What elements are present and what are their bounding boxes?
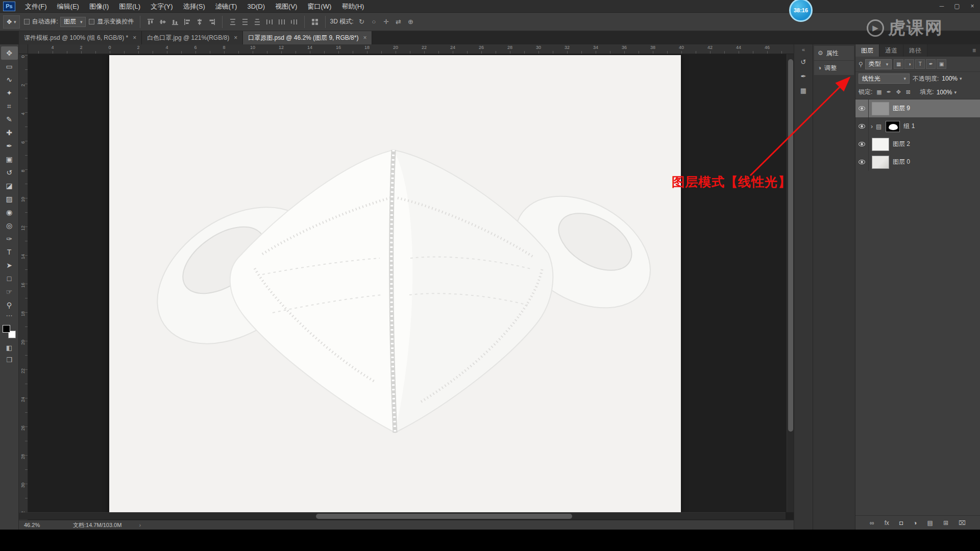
filter-pixel-icon[interactable]: ▦ <box>894 59 903 69</box>
hand-tool[interactable]: ☞ <box>1 285 18 298</box>
lock-image-icon[interactable]: ✒ <box>885 89 893 95</box>
maximize-button[interactable]: ▢ <box>949 0 965 13</box>
shape-tool[interactable]: □ <box>1 272 18 285</box>
filter-type-icon[interactable]: T <box>915 59 925 69</box>
align-left-icon[interactable] <box>182 17 192 27</box>
horizontal-scroll-thumb[interactable] <box>316 514 572 519</box>
tab-properties[interactable]: ⚙ 属性 <box>814 46 854 60</box>
layer-name[interactable]: 组 1 <box>903 122 915 131</box>
tab-layers[interactable]: 图层 <box>855 44 879 57</box>
menu-item-layer[interactable]: 图层(L) <box>114 0 145 13</box>
brush-tool[interactable]: ✒ <box>1 139 18 153</box>
layer-thumbnail[interactable] <box>872 102 889 115</box>
menu-item-help[interactable]: 帮助(H) <box>336 0 369 13</box>
lock-transparency-icon[interactable]: ▦ <box>875 89 883 95</box>
eraser-tool[interactable]: ◪ <box>1 179 18 192</box>
tab-channels[interactable]: 通道 <box>879 44 903 57</box>
visibility-toggle[interactable] <box>855 153 869 171</box>
link-layers-icon[interactable]: ∞ <box>870 519 874 527</box>
menu-item-file[interactable]: 文件(F) <box>20 0 52 13</box>
vertical-ruler[interactable]: 02468101214161820222426283032 <box>19 54 28 520</box>
horizontal-scrollbar[interactable] <box>19 512 786 519</box>
close-icon[interactable]: × <box>234 34 237 41</box>
eyedropper-tool[interactable]: ✎ <box>1 113 18 126</box>
screen-mode-icon[interactable]: ❒ <box>1 354 18 366</box>
visibility-toggle[interactable] <box>855 99 869 117</box>
info-icon[interactable]: ▦ <box>796 83 811 97</box>
healing-brush-tool[interactable]: ✚ <box>1 126 18 139</box>
filter-kind-dropdown[interactable]: 类型 ▾ <box>865 59 892 69</box>
current-tool-badge[interactable]: ✥ ▾ <box>3 15 20 29</box>
panel-menu-icon[interactable]: ≡ <box>968 44 980 57</box>
history-brush-tool[interactable]: ↺ <box>1 166 18 179</box>
vertical-scrollbar[interactable] <box>787 54 794 512</box>
layer-thumbnail[interactable] <box>872 156 889 169</box>
fill-field[interactable]: 100% ▾ <box>937 89 957 96</box>
layer-name[interactable]: 图层 2 <box>893 140 910 148</box>
foreground-color-swatch[interactable] <box>3 325 10 333</box>
tab-doc-3[interactable]: 口罩原图.psd @ 46.2% (图层 9, RGB/8*) × <box>243 31 372 44</box>
history-icon[interactable]: ↺ <box>796 55 811 69</box>
path-selection-tool[interactable]: ➤ <box>1 259 18 272</box>
distribute-right-icon[interactable] <box>289 17 299 27</box>
distribute-vcenter-icon[interactable] <box>240 17 250 27</box>
distribute-hcenter-icon[interactable] <box>277 17 287 27</box>
status-menu-arrow-icon[interactable]: › <box>139 522 141 528</box>
tab-adjustments[interactable]: ◑ 调整 <box>814 61 854 75</box>
tab-doc-1[interactable]: 课件模板.psd @ 100% (组 6, RGB/8) * × <box>19 31 142 44</box>
menu-item-select[interactable]: 选择(S) <box>178 0 210 13</box>
expand-panels-icon[interactable]: « <box>802 44 805 55</box>
tab-doc-2[interactable]: 白色口罩.jpg @ 121%(RGB/8) × <box>142 31 243 44</box>
auto-align-icon[interactable] <box>310 17 320 27</box>
clone-stamp-tool[interactable]: ▣ <box>1 153 18 166</box>
menu-item-filter[interactable]: 滤镜(T) <box>210 0 242 13</box>
3d-pan-icon[interactable]: ✛ <box>381 18 391 26</box>
quick-selection-tool[interactable]: ✦ <box>1 86 18 99</box>
opacity-field[interactable]: 100% ▾ <box>942 75 962 82</box>
dodge-tool[interactable]: ◎ <box>1 219 18 232</box>
layer-row[interactable]: 图层 9 <box>855 99 980 117</box>
filter-shape-icon[interactable]: ✒ <box>926 59 936 69</box>
type-tool[interactable]: T <box>1 245 18 259</box>
filter-smart-icon[interactable]: ▣ <box>937 59 946 69</box>
lasso-tool[interactable]: ∿ <box>1 73 18 86</box>
pen-tool[interactable]: ✑ <box>1 232 18 245</box>
lock-all-icon[interactable]: ⊠ <box>904 89 912 95</box>
align-right-icon[interactable] <box>207 17 217 27</box>
expand-arrow-icon[interactable]: › <box>869 123 875 130</box>
visibility-toggle[interactable] <box>855 117 869 135</box>
new-adjustment-icon[interactable]: ◑ <box>913 519 917 527</box>
crop-tool[interactable]: ⌗ <box>1 99 18 113</box>
menu-item-view[interactable]: 视图(V) <box>270 0 302 13</box>
auto-select-target-dropdown[interactable]: 图层 ▾ <box>60 17 86 27</box>
distribute-top-icon[interactable] <box>228 17 238 27</box>
layer-thumbnail[interactable] <box>872 138 889 151</box>
brush-presets-icon[interactable]: ✒ <box>796 69 811 83</box>
gradient-tool[interactable]: ▨ <box>1 192 18 206</box>
document-canvas[interactable] <box>109 55 681 516</box>
zoom-tool[interactable]: ⚲ <box>1 298 18 312</box>
visibility-toggle[interactable] <box>855 135 869 153</box>
3d-slide-icon[interactable]: ⇄ <box>393 18 403 26</box>
new-group-icon[interactable]: ▤ <box>927 519 933 527</box>
show-transform-checkbox[interactable] <box>89 19 94 24</box>
close-button[interactable]: × <box>965 0 980 13</box>
3d-roll-icon[interactable]: ○ <box>369 18 379 26</box>
vertical-scroll-thumb[interactable] <box>788 59 793 432</box>
align-top-icon[interactable] <box>145 17 156 27</box>
close-icon[interactable]: × <box>363 34 366 41</box>
layer-name[interactable]: 图层 0 <box>893 158 910 166</box>
distribute-left-icon[interactable] <box>264 17 275 27</box>
layer-thumbnail[interactable] <box>886 121 900 132</box>
horizontal-ruler[interactable]: 6420246810121416182022242628303234363840… <box>19 44 794 54</box>
marquee-tool[interactable]: ▭ <box>1 60 18 73</box>
layer-row[interactable]: 图层 0 <box>855 153 980 171</box>
align-vcenter-icon[interactable] <box>158 17 168 27</box>
auto-select-checkbox[interactable] <box>24 19 30 24</box>
layer-row[interactable]: › ▤ 组 1 <box>855 117 980 135</box>
layer-name[interactable]: 图层 9 <box>893 104 910 113</box>
move-tool[interactable]: ✥ <box>1 46 18 60</box>
blend-mode-dropdown[interactable]: 线性光 ▾ <box>859 73 910 84</box>
distribute-bottom-icon[interactable] <box>252 17 262 27</box>
pasteboard[interactable] <box>28 54 794 520</box>
